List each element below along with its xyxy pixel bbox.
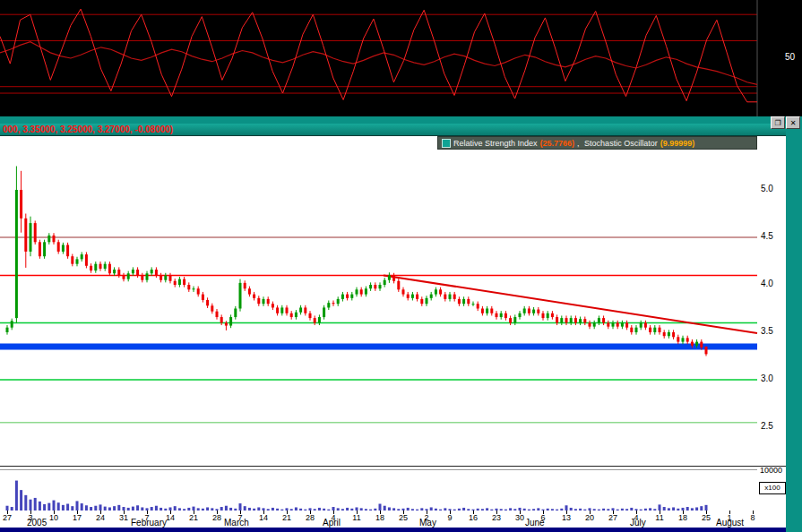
candle-body	[15, 190, 18, 318]
candle-body	[695, 342, 698, 346]
candle-body	[211, 305, 213, 311]
candle-body	[617, 322, 619, 326]
candle-body	[280, 307, 283, 313]
candle-body	[640, 322, 642, 327]
candle-body	[700, 342, 703, 348]
volume-bar	[24, 495, 27, 511]
candle-body	[356, 289, 358, 294]
week-label: 21	[185, 513, 202, 522]
candle-body	[341, 295, 344, 299]
candle-body	[286, 307, 289, 313]
candle-body	[547, 313, 549, 318]
candle-body	[644, 322, 647, 327]
candle-body	[691, 342, 694, 346]
week-label: 21	[279, 513, 295, 522]
restore-icon: ❐	[774, 119, 780, 127]
month-label: August	[716, 519, 744, 528]
candle-body	[253, 295, 255, 298]
candle-body	[705, 347, 708, 354]
candle-body	[314, 318, 316, 322]
candle-body	[523, 309, 526, 313]
candle-body	[653, 328, 656, 332]
week-label: 20	[582, 513, 598, 522]
candle-body	[481, 309, 484, 313]
candle-body	[350, 295, 353, 298]
candle-body	[71, 256, 73, 263]
candle-body	[635, 328, 638, 332]
candle-body	[76, 259, 79, 263]
candle-body	[388, 275, 391, 279]
candle-body	[113, 270, 116, 273]
candle-body	[248, 288, 251, 294]
candle-body	[202, 295, 204, 300]
candle-body	[384, 280, 386, 285]
candle-body	[602, 318, 605, 322]
candle-body	[183, 279, 185, 285]
legend-value-rsi: (25.7766)	[540, 139, 575, 148]
window-frame-right	[786, 124, 802, 532]
candle-body	[193, 288, 195, 289]
candle-body	[532, 310, 535, 313]
candle-body	[449, 295, 452, 299]
candle-body	[556, 317, 558, 322]
volume-bar	[659, 504, 661, 511]
month-label: 2005	[27, 519, 47, 528]
candle-body	[94, 264, 97, 270]
candle-body	[411, 295, 414, 298]
week-label: 28	[302, 513, 318, 522]
candle-body	[337, 299, 340, 304]
candle-body	[500, 313, 503, 317]
stochastic-line	[0, 9, 757, 102]
candle-body	[62, 245, 65, 251]
price-scale-label: 5.0	[761, 184, 786, 193]
candle-body	[174, 281, 177, 285]
candle-body	[426, 298, 428, 304]
candle-body	[146, 273, 149, 279]
candle-body	[234, 309, 237, 318]
indicator-panel: 50	[0, 0, 802, 116]
candle-body	[43, 242, 46, 256]
week-label: 16	[465, 513, 481, 522]
close-window-button[interactable]: ✕	[786, 116, 800, 129]
candle-body	[39, 242, 41, 256]
candle-body	[677, 337, 679, 341]
candle-body	[309, 313, 312, 318]
candle-body	[504, 313, 507, 318]
volume-plot	[0, 469, 786, 511]
candle-body	[397, 281, 400, 290]
candle-body	[290, 313, 293, 317]
candle-body	[85, 254, 88, 266]
candle-body	[583, 319, 586, 322]
legend-name-stochastic: Stochastic Oscillator	[584, 139, 658, 148]
candle-body	[327, 303, 330, 307]
candle-body	[220, 317, 223, 322]
volume-scale-label: 10000	[760, 466, 782, 475]
candle-body	[374, 285, 376, 288]
price-scale-label: 3.0	[761, 373, 786, 383]
volume-unit-label: x100	[759, 482, 786, 494]
week-label: 23	[488, 513, 504, 522]
candle-body	[197, 288, 200, 294]
restore-window-button[interactable]: ❐	[771, 116, 785, 129]
volume-panel	[0, 466, 786, 511]
candle-body	[472, 304, 475, 305]
candle-body	[416, 295, 418, 299]
week-label: 11	[651, 513, 668, 522]
candle-body	[160, 275, 162, 279]
candle-body	[151, 270, 153, 273]
week-label: 18	[372, 513, 388, 522]
panel-divider	[0, 116, 802, 124]
legend-window-icon	[442, 139, 451, 148]
candle-body	[11, 321, 13, 327]
candle-body	[216, 312, 219, 317]
week-label: 27	[605, 513, 621, 522]
candle-body	[257, 298, 260, 304]
week-label: 24	[92, 513, 108, 522]
volume-bar	[43, 504, 46, 511]
candle-body	[66, 245, 69, 256]
month-label: February	[131, 519, 167, 528]
candle-body	[323, 307, 325, 317]
candle-body	[187, 285, 190, 289]
candle-body	[630, 328, 633, 332]
month-label: May	[419, 519, 436, 528]
